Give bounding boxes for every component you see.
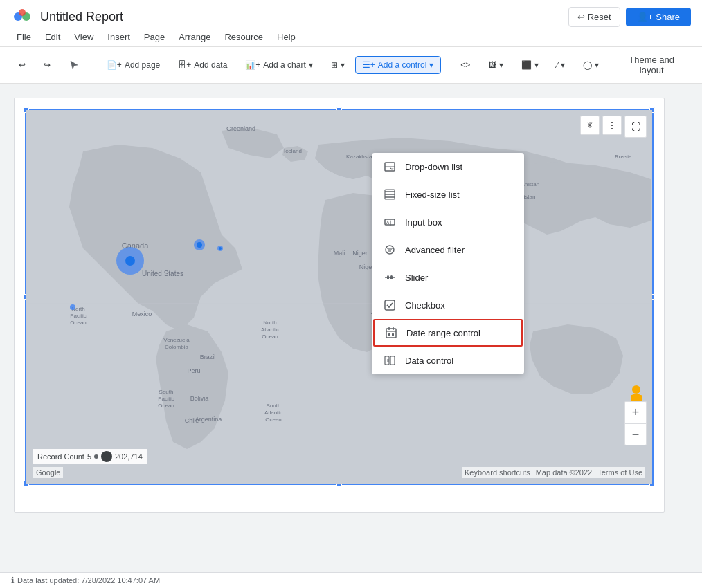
svg-rect-79 (387, 275, 389, 279)
add-data-label: Add data (194, 60, 227, 70)
add-page-label: Add page (125, 60, 160, 70)
terms-of-use[interactable]: Terms of Use (597, 468, 642, 477)
map-top-options: ✳ ⋮ (580, 116, 622, 135)
menu-bar: File Edit View Insert Page Arrange Resou… (0, 28, 702, 47)
svg-rect-88 (385, 356, 389, 365)
svg-text:Iceland: Iceland (284, 148, 302, 154)
fixed-list-icon (383, 187, 397, 201)
fullscreen-icon[interactable]: ⛶ (624, 116, 647, 138)
fixed-list-label: Fixed-size list (405, 190, 460, 200)
shape-chevron: ▾ (595, 60, 599, 70)
control-icon: ☰+ (363, 60, 375, 70)
checkbox-label: Checkbox (405, 300, 445, 311)
slider-icon (383, 270, 397, 284)
map-legend: Record Count 5 202,714 (33, 449, 147, 464)
menu-view[interactable]: View (69, 29, 99, 45)
dropdown-item-fixed-list[interactable]: Fixed-size list (372, 181, 524, 208)
legend-label: Record Count (37, 452, 84, 461)
svg-text:Ocean: Ocean (262, 333, 278, 340)
app-logo (11, 6, 33, 28)
more-icon[interactable]: ⋮ (602, 116, 622, 135)
add-components-button[interactable]: ⊞ ▾ (323, 56, 352, 74)
app-title: Untitled Report (40, 10, 561, 24)
share-button[interactable]: 👤+ Share (626, 8, 691, 26)
cursor-icon (69, 59, 80, 71)
code-button[interactable]: <> (453, 56, 478, 74)
reset-label: Reset (588, 12, 611, 22)
svg-text:Colombia: Colombia (165, 344, 188, 350)
reset-icon: ↩ (577, 12, 585, 22)
dropdown-item-date-range[interactable]: Date range control (373, 319, 523, 347)
svg-text:Kazakhstan: Kazakhstan (346, 154, 375, 160)
date-range-label: Date range control (406, 328, 480, 338)
share-label: Share (656, 12, 680, 22)
add-page-button[interactable]: 📄+ Add page (99, 56, 168, 74)
menu-help[interactable]: Help (271, 29, 301, 45)
svg-text:Greenland: Greenland (226, 125, 255, 132)
svg-point-53 (219, 247, 222, 250)
menu-file[interactable]: File (11, 29, 37, 45)
svg-text:North: North (263, 320, 277, 326)
last-updated-text: Data last updated: 7/28/2022 10:47:07 AM (17, 576, 160, 585)
add-chart-button[interactable]: 📊+ Add a chart ▾ (237, 56, 320, 74)
dropdown-item-advanced-filter[interactable]: Advanced filter (372, 236, 524, 264)
components-chevron: ▾ (341, 60, 345, 70)
add-control-button[interactable]: ☰+ Add a control ▾ (355, 56, 442, 74)
legend-dot-large (101, 451, 112, 462)
advanced-filter-icon (383, 243, 397, 257)
frame-chevron: ▾ (534, 60, 539, 70)
components-icon: ⊞ (331, 60, 338, 70)
code-icon: <> (460, 60, 470, 70)
dropdown-item-slider[interactable]: Slider (372, 264, 524, 291)
image-icon: 🖼 (488, 60, 496, 70)
shape-icon: ◯ (583, 60, 592, 70)
control-chevron: ▾ (429, 60, 433, 70)
menu-insert[interactable]: Insert (102, 29, 136, 45)
dropdown-item-checkbox[interactable]: Checkbox (372, 291, 524, 319)
dropdown-item-input-box[interactable]: A| Input box (372, 208, 524, 236)
svg-text:Pacific: Pacific (158, 396, 174, 402)
map-container[interactable]: ✳ ⋮ (25, 109, 654, 485)
svg-text:A|: A| (386, 220, 392, 226)
add-data-button[interactable]: 🗄+ Add data (170, 56, 235, 74)
svg-text:Atlantic: Atlantic (261, 327, 279, 333)
menu-resource[interactable]: Resource (219, 29, 269, 45)
slider-label: Slider (405, 273, 428, 283)
keyboard-shortcuts[interactable]: Keyboard shortcuts (465, 468, 530, 477)
menu-page[interactable]: Page (138, 29, 170, 45)
select-button[interactable] (61, 55, 87, 75)
zoom-out-button[interactable]: − (624, 423, 647, 445)
legend-dot-small (94, 454, 98, 459)
input-box-icon: A| (383, 215, 397, 229)
svg-text:Argentina: Argentina (195, 416, 222, 423)
menu-edit[interactable]: Edit (39, 29, 66, 45)
dropdown-item-dropdown-list[interactable]: Drop-down list (372, 153, 524, 181)
undo-button[interactable]: ↩ (11, 56, 33, 74)
line-icon: ⁄ (557, 60, 558, 70)
svg-text:Pacific: Pacific (70, 313, 87, 319)
map-background: Canada United States North Pacific Ocean… (26, 110, 652, 484)
svg-point-2 (19, 9, 26, 16)
checkbox-icon (383, 298, 397, 312)
theme-layout-label: Theme and layout (629, 55, 674, 75)
line-button[interactable]: ⁄ ▾ (549, 56, 573, 74)
advanced-filter-label: Advanced filter (405, 245, 465, 255)
frame-button[interactable]: ⬛ ▾ (514, 56, 546, 74)
shape-button[interactable]: ◯ ▾ (575, 56, 606, 74)
pin-icon[interactable]: ✳ (580, 116, 600, 135)
reset-button[interactable]: ↩ Reset (568, 7, 620, 27)
dropdown-item-data-control[interactable]: Data control (372, 347, 524, 374)
add-chart-chevron: ▾ (309, 60, 313, 70)
svg-rect-82 (386, 329, 396, 338)
theme-layout-button[interactable]: Theme and layout (612, 51, 691, 79)
redo-button[interactable]: ↪ (36, 56, 58, 74)
image-chevron: ▾ (499, 60, 503, 70)
svg-point-60 (632, 385, 640, 394)
menu-arrange[interactable]: Arrange (173, 29, 216, 45)
dropdown-list-icon (383, 160, 397, 174)
input-box-label: Input box (405, 217, 442, 228)
zoom-in-button[interactable]: + (624, 401, 647, 423)
svg-text:Venezuela: Venezuela (163, 337, 190, 343)
svg-rect-80 (390, 275, 393, 279)
image-button[interactable]: 🖼 ▾ (480, 56, 511, 74)
